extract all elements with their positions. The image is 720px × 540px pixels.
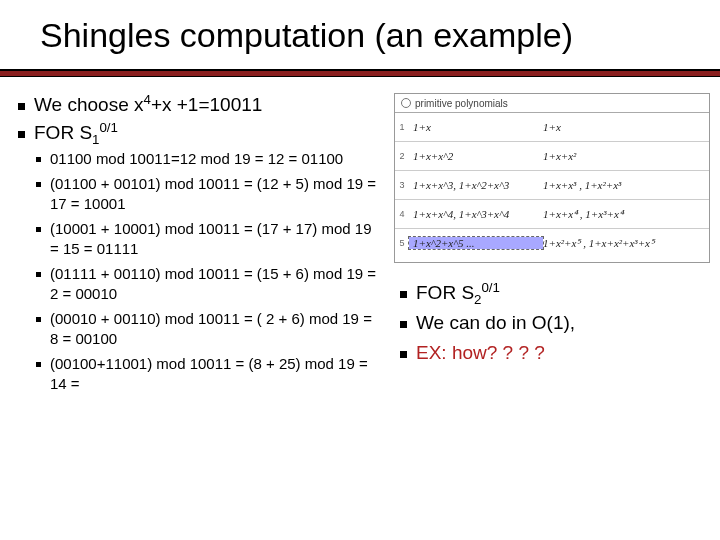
formula-cell: 1+x+x^4, 1+x^3+x^4 bbox=[409, 208, 543, 220]
slide-body: We choose x4+x +1=10011 FOR S10/1 01100 … bbox=[0, 77, 720, 493]
render-cell: 1+x+x⁴ , 1+x³+x⁴ bbox=[543, 208, 709, 221]
text: 01100 mod 10011=12 mod 19 = 12 = 01100 bbox=[50, 150, 343, 167]
text: (10001 + 10001) mod 10011 = (17 + 17) mo… bbox=[50, 220, 371, 257]
for-s1-heading: FOR S10/1 bbox=[12, 121, 384, 145]
right-column: primitive polynomials 1 1+x 1+x 2 1+x+x^… bbox=[394, 93, 710, 370]
polynomial-choice: We choose x4+x +1=10011 bbox=[12, 93, 384, 117]
polynomial-table: primitive polynomials 1 1+x 1+x 2 1+x+x^… bbox=[394, 93, 710, 263]
superscript: 4 bbox=[143, 92, 150, 107]
computation-step: (01111 + 00110) mod 10011 = (15 + 6) mod… bbox=[12, 264, 384, 303]
row-index: 5 bbox=[395, 238, 409, 248]
text: (00010 + 00110) mod 10011 = ( 2 + 6) mod… bbox=[50, 310, 372, 347]
text: EX: how? ? ? ? bbox=[416, 342, 545, 363]
table-row: 4 1+x+x^4, 1+x^3+x^4 1+x+x⁴ , 1+x³+x⁴ bbox=[395, 200, 709, 229]
title-main: Shingles computation bbox=[40, 16, 375, 54]
render-cell: 1+x²+x⁵ , 1+x+x²+x³+x⁵ bbox=[543, 237, 709, 250]
table-row-selected: 5 1+x^2+x^5 ... 1+x²+x⁵ , 1+x+x²+x³+x⁵ bbox=[395, 229, 709, 257]
render-cell: 1+x bbox=[543, 121, 709, 133]
radio-icon bbox=[401, 98, 411, 108]
text: (01111 + 00110) mod 10011 = (15 + 6) mod… bbox=[50, 265, 376, 302]
table-body: 1 1+x 1+x 2 1+x+x^2 1+x+x² 3 1+x+x^3, 1+… bbox=[395, 113, 709, 257]
render-cell: 1+x+x³ , 1+x²+x³ bbox=[543, 179, 709, 191]
left-column: We choose x4+x +1=10011 FOR S10/1 01100 … bbox=[12, 93, 384, 399]
computation-step: (00100+11001) mod 10011 = (8 + 25) mod 1… bbox=[12, 354, 384, 393]
text: +x +1=10011 bbox=[151, 94, 262, 115]
formula-cell: 1+x+x^3, 1+x^2+x^3 bbox=[409, 179, 543, 191]
formula-cell: 1+x+x^2 bbox=[409, 150, 543, 162]
exercise-question: EX: how? ? ? ? bbox=[394, 341, 710, 365]
text: We choose x bbox=[34, 94, 143, 115]
computation-step: 01100 mod 10011=12 mod 19 = 12 = 01100 bbox=[12, 149, 384, 169]
row-index: 3 bbox=[395, 180, 409, 190]
table-header: primitive polynomials bbox=[395, 94, 709, 113]
slide: Shingles computation (an example) We cho… bbox=[0, 0, 720, 540]
text: (00100+11001) mod 10011 = (8 + 25) mod 1… bbox=[50, 355, 368, 392]
computation-step: (01100 + 00101) mod 10011 = (12 + 5) mod… bbox=[12, 174, 384, 213]
text: FOR S bbox=[34, 122, 92, 143]
complexity-note: We can do in O(1), bbox=[394, 311, 710, 335]
superscript: 0/1 bbox=[99, 120, 118, 135]
text: We can do in O(1), bbox=[416, 312, 575, 333]
row-index: 4 bbox=[395, 209, 409, 219]
table-title: primitive polynomials bbox=[415, 98, 508, 109]
row-index: 1 bbox=[395, 122, 409, 132]
table-row: 3 1+x+x^3, 1+x^2+x^3 1+x+x³ , 1+x²+x³ bbox=[395, 171, 709, 200]
title-paren: (an example) bbox=[375, 16, 573, 54]
for-s2-heading: FOR S20/1 bbox=[394, 281, 710, 305]
render-cell: 1+x+x² bbox=[543, 150, 709, 162]
row-index: 2 bbox=[395, 151, 409, 161]
text: (01100 + 00101) mod 10011 = (12 + 5) mod… bbox=[50, 175, 376, 212]
text: FOR S bbox=[416, 282, 474, 303]
table-row: 2 1+x+x^2 1+x+x² bbox=[395, 142, 709, 171]
slide-title: Shingles computation (an example) bbox=[0, 16, 720, 63]
computation-step: (10001 + 10001) mod 10011 = (17 + 17) mo… bbox=[12, 219, 384, 258]
computation-step: (00010 + 00110) mod 10011 = ( 2 + 6) mod… bbox=[12, 309, 384, 348]
formula-cell: 1+x^2+x^5 ... bbox=[409, 237, 543, 249]
table-row: 1 1+x 1+x bbox=[395, 113, 709, 142]
formula-cell: 1+x bbox=[409, 121, 543, 133]
superscript: 0/1 bbox=[481, 280, 500, 295]
